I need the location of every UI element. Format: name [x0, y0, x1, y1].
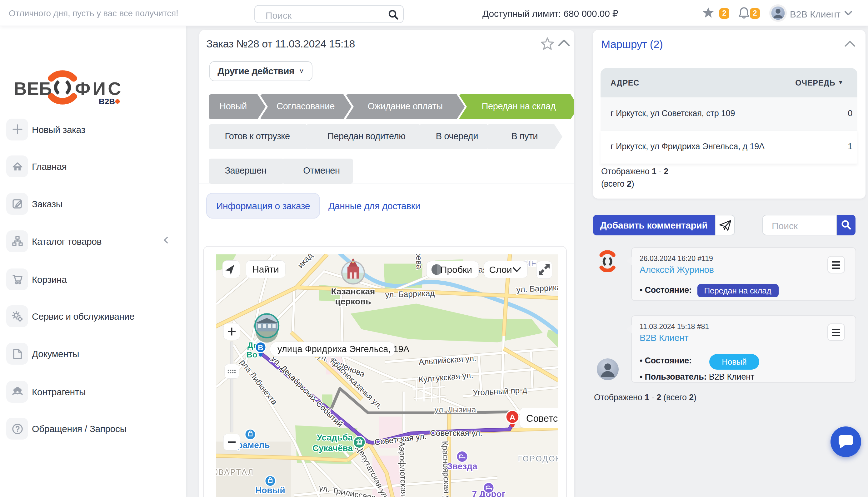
svg-text:арева: арева	[414, 254, 424, 269]
svg-text:ул. Баррикад: ул. Баррикад	[385, 288, 435, 300]
svg-text:ФИС: ФИС	[75, 79, 121, 99]
svg-text:А: А	[509, 413, 515, 422]
svg-text:Советска: Советска	[526, 413, 558, 424]
svg-text:улица Фридриха Энгельса, 19А: улица Фридриха Энгельса, 19А	[277, 344, 409, 354]
svg-text:Усадьба: Усадьба	[317, 433, 353, 442]
svg-text:Слои: Слои	[489, 265, 512, 275]
svg-text:B: B	[258, 343, 263, 352]
svg-text:Пробки: Пробки	[440, 265, 472, 275]
svg-text:Советская ул.: Советская ул.	[430, 428, 482, 438]
svg-text:B2B: B2B	[99, 97, 115, 106]
svg-text:Во: Во	[246, 350, 257, 359]
svg-text:ул. Лызина: ул. Лызина	[434, 405, 476, 414]
svg-text:Новый: Новый	[255, 485, 285, 495]
svg-text:КВАРТАЛ: КВАРТАЛ	[216, 468, 254, 477]
svg-text:Сукачёва: Сукачёва	[312, 443, 353, 453]
svg-text:Звезда: Звезда	[446, 462, 477, 471]
svg-text:ГОРОДОК: ГОРОДОК	[518, 454, 558, 463]
svg-text:ВЕБ: ВЕБ	[14, 79, 52, 99]
svg-text:Казанская: Казанская	[331, 287, 375, 296]
svg-text:церковь: церковь	[335, 297, 371, 306]
svg-text:Найти: Найти	[252, 264, 279, 274]
